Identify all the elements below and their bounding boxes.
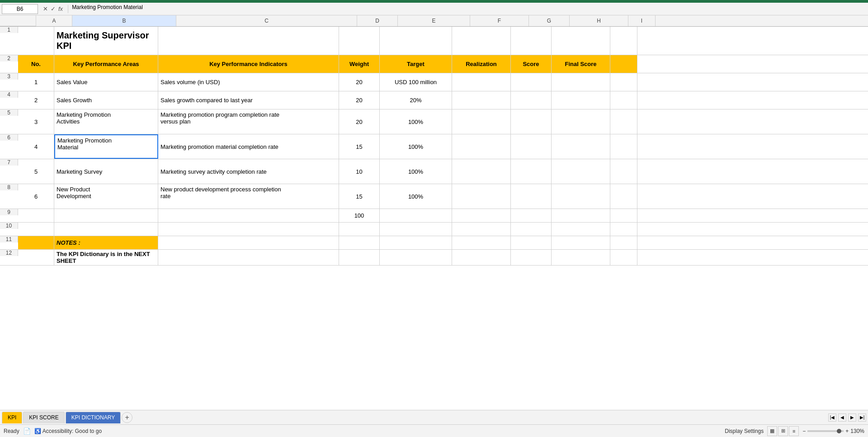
cell-b8[interactable]: New Product Development: [54, 184, 158, 209]
cell-e10[interactable]: [380, 223, 452, 236]
cell-c5[interactable]: Marketing promotion program completion r…: [158, 109, 339, 134]
cell-g10[interactable]: [511, 223, 552, 236]
cell-h2[interactable]: Final Score: [552, 55, 610, 73]
cell-a10[interactable]: [18, 223, 54, 236]
cell-a12[interactable]: [18, 250, 54, 265]
cell-a1[interactable]: [18, 27, 54, 55]
cell-d1[interactable]: [339, 27, 380, 55]
cell-f4[interactable]: [452, 91, 511, 109]
cell-e12[interactable]: [380, 250, 452, 265]
col-header-c[interactable]: C: [176, 15, 357, 26]
cell-e7[interactable]: 100%: [380, 159, 452, 184]
cell-f8[interactable]: [452, 184, 511, 209]
col-header-i[interactable]: I: [628, 15, 656, 26]
cell-i12[interactable]: [610, 250, 637, 265]
cell-i10[interactable]: [610, 223, 637, 236]
cell-h6[interactable]: [552, 134, 610, 159]
cell-c4[interactable]: Sales growth compared to last year: [158, 91, 339, 109]
cell-h11[interactable]: [552, 236, 610, 249]
col-header-h[interactable]: H: [570, 15, 628, 26]
col-header-e[interactable]: E: [398, 15, 470, 26]
cell-d10[interactable]: [339, 223, 380, 236]
cell-g6[interactable]: [511, 134, 552, 159]
cell-g8[interactable]: [511, 184, 552, 209]
cell-e9[interactable]: [380, 209, 452, 222]
cell-e6[interactable]: 100%: [380, 134, 452, 159]
cell-c2[interactable]: Key Performance Indicators: [158, 55, 339, 73]
cell-a4[interactable]: 2: [18, 91, 54, 109]
cell-g7[interactable]: [511, 159, 552, 184]
cell-c6[interactable]: Marketing promotion material completion …: [158, 134, 339, 159]
cell-b5[interactable]: Marketing Promotion Activities: [54, 109, 158, 134]
cell-g11[interactable]: [511, 236, 552, 249]
cell-i6[interactable]: [610, 134, 637, 159]
cell-h10[interactable]: [552, 223, 610, 236]
cell-d8[interactable]: 15: [339, 184, 380, 209]
cell-b1[interactable]: Marketing Supervisor KPI: [54, 27, 158, 55]
cell-b10[interactable]: [54, 223, 158, 236]
cell-i7[interactable]: [610, 159, 637, 184]
cell-a9[interactable]: [18, 209, 54, 222]
cell-b9[interactable]: [54, 209, 158, 222]
cell-c9[interactable]: [158, 209, 339, 222]
cell-h4[interactable]: [552, 91, 610, 109]
cell-e2[interactable]: Target: [380, 55, 452, 73]
cancel-icon[interactable]: ✕: [43, 5, 48, 12]
name-box[interactable]: B6: [2, 4, 38, 14]
cell-i9[interactable]: [610, 209, 637, 222]
cell-d3[interactable]: 20: [339, 73, 380, 91]
col-header-f[interactable]: F: [470, 15, 529, 26]
cell-e3[interactable]: USD 100 million: [380, 73, 452, 91]
cell-i1[interactable]: [610, 27, 637, 55]
cell-e11[interactable]: [380, 236, 452, 249]
formula-input[interactable]: Marketing Promotion Material: [70, 4, 866, 14]
cell-d7[interactable]: 10: [339, 159, 380, 184]
cell-g5[interactable]: [511, 109, 552, 134]
cell-i2[interactable]: [610, 55, 637, 73]
cell-b4[interactable]: Sales Growth: [54, 91, 158, 109]
cell-b6[interactable]: Marketing Promotion Material: [54, 134, 158, 159]
col-header-d[interactable]: D: [357, 15, 398, 26]
cell-h1[interactable]: [552, 27, 610, 55]
cell-b3[interactable]: Sales Value: [54, 73, 158, 91]
cell-h5[interactable]: [552, 109, 610, 134]
cell-h9[interactable]: [552, 209, 610, 222]
cell-c1[interactable]: [158, 27, 339, 55]
cell-f12[interactable]: [452, 250, 511, 265]
cell-g3[interactable]: [511, 73, 552, 91]
cell-b11[interactable]: NOTES :: [54, 236, 158, 249]
cell-e1[interactable]: [380, 27, 452, 55]
cell-i4[interactable]: [610, 91, 637, 109]
cell-c8[interactable]: New product development process completi…: [158, 184, 339, 209]
cell-b12[interactable]: The KPI Dictionary is in the NEXT SHEET: [54, 250, 158, 265]
cell-a5[interactable]: 3: [18, 109, 54, 134]
cell-d12[interactable]: [339, 250, 380, 265]
cell-g9[interactable]: [511, 209, 552, 222]
cell-c11[interactable]: [158, 236, 339, 249]
spreadsheet[interactable]: A B C D E F G H I 1 Marketing Supervisor…: [0, 15, 868, 410]
cell-d2[interactable]: Weight: [339, 55, 380, 73]
cell-h3[interactable]: [552, 73, 610, 91]
cell-i8[interactable]: [610, 184, 637, 209]
cell-c7[interactable]: Marketing survey activity completion rat…: [158, 159, 339, 184]
cell-c12[interactable]: [158, 250, 339, 265]
cell-i3[interactable]: [610, 73, 637, 91]
cell-i11[interactable]: [610, 236, 637, 249]
confirm-icon[interactable]: ✓: [51, 5, 56, 12]
col-header-b[interactable]: B: [72, 15, 176, 26]
cell-f1[interactable]: [452, 27, 511, 55]
col-header-a[interactable]: A: [36, 15, 72, 26]
cell-h7[interactable]: [552, 159, 610, 184]
cell-e5[interactable]: 100%: [380, 109, 452, 134]
cell-g2[interactable]: Score: [511, 55, 552, 73]
cell-h12[interactable]: [552, 250, 610, 265]
cell-f6[interactable]: [452, 134, 511, 159]
cell-f2[interactable]: Realization: [452, 55, 511, 73]
cell-a2[interactable]: No.: [18, 55, 54, 73]
cell-c3[interactable]: Sales volume (in USD): [158, 73, 339, 91]
cell-a11[interactable]: [18, 236, 54, 249]
cell-a3[interactable]: 1: [18, 73, 54, 91]
function-icon[interactable]: fx: [58, 5, 63, 12]
cell-e8[interactable]: 100%: [380, 184, 452, 209]
cell-c10[interactable]: [158, 223, 339, 236]
